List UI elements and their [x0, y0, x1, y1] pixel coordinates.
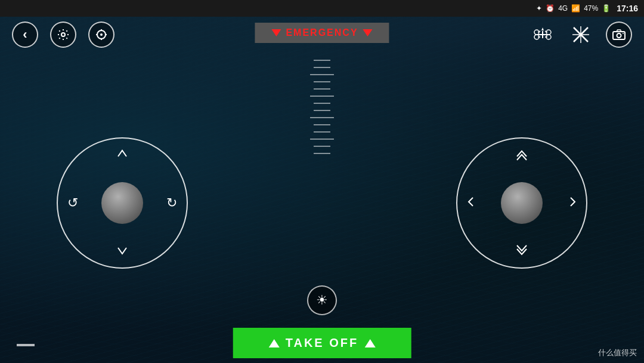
bluetooth-icon: ✦ — [536, 4, 542, 13]
gauge-tick — [314, 88, 330, 90]
takeoff-button[interactable]: TAKE OFF — [233, 328, 411, 358]
gauge-tick — [314, 67, 330, 68]
left-down-arrow — [116, 245, 129, 258]
camera-button[interactable] — [606, 21, 632, 48]
signal-icon: 📶 — [571, 4, 580, 13]
left-rotate-arrow: ↺ — [67, 195, 78, 211]
right-rotate-arrow: ↻ — [166, 195, 177, 211]
drone-button[interactable] — [530, 21, 556, 48]
back-button[interactable]: ‹ — [12, 21, 38, 48]
alarm-icon: ⏰ — [546, 4, 555, 13]
gauge-tick — [314, 153, 330, 154]
gauge-tick-long — [310, 117, 334, 118]
svg-rect-22 — [613, 32, 625, 39]
right-joystick-ball[interactable] — [501, 182, 543, 224]
svg-line-14 — [545, 31, 547, 32]
takeoff-triangle-left — [269, 339, 280, 347]
svg-point-0 — [61, 33, 65, 36]
top-left-controls: ‹ — [12, 21, 114, 48]
right-left-arrow — [467, 195, 475, 211]
network-label: 4G — [558, 4, 568, 13]
svg-line-13 — [538, 31, 540, 32]
gauge-tick — [314, 146, 330, 147]
brightness-icon: ☀ — [316, 293, 328, 308]
right-right-arrow — [568, 195, 577, 211]
left-joystick[interactable]: ↺ ↻ — [57, 137, 188, 269]
left-joystick-ball[interactable] — [101, 182, 143, 224]
right-down-arrow — [515, 243, 529, 258]
slider-control[interactable] — [17, 344, 35, 346]
emergency-triangle-right — [363, 29, 373, 36]
battery-icon: 🔋 — [602, 4, 611, 13]
gauge-tick — [314, 124, 330, 125]
settings-button[interactable] — [50, 21, 76, 48]
right-joystick[interactable] — [456, 137, 587, 269]
takeoff-label: TAKE OFF — [286, 336, 359, 350]
battery-label: 47% — [584, 4, 598, 13]
takeoff-triangle-right — [364, 339, 375, 347]
emergency-button[interactable]: EMERGENCY — [255, 23, 389, 43]
top-right-controls — [530, 21, 632, 48]
svg-point-2 — [100, 33, 103, 36]
gauge-tick — [314, 103, 330, 104]
emergency-label: EMERGENCY — [286, 27, 358, 38]
svg-point-24 — [623, 33, 624, 34]
gauge-tick — [314, 81, 330, 82]
brightness-button[interactable]: ☀ — [307, 285, 337, 315]
emergency-triangle-left — [271, 29, 281, 36]
gauge-tick-long — [310, 74, 334, 75]
gauge-tick-long — [310, 96, 334, 97]
left-up-arrow — [116, 148, 129, 161]
gauge-tick — [314, 131, 330, 133]
scissors-button[interactable] — [568, 21, 594, 48]
watermark: 什么值得买 — [598, 347, 637, 358]
gps-button[interactable] — [88, 21, 114, 48]
svg-point-23 — [617, 33, 621, 38]
status-bar: ✦ ⏰ 4G 📶 47% 🔋 17:16 — [0, 0, 644, 17]
gauge-tick — [314, 60, 330, 61]
time-label: 17:16 — [617, 4, 638, 13]
gauge-tick-long — [310, 139, 334, 140]
altitude-gauge — [310, 60, 334, 154]
svg-marker-17 — [541, 27, 544, 30]
right-up-arrow — [515, 148, 529, 163]
gauge-tick — [314, 110, 330, 111]
